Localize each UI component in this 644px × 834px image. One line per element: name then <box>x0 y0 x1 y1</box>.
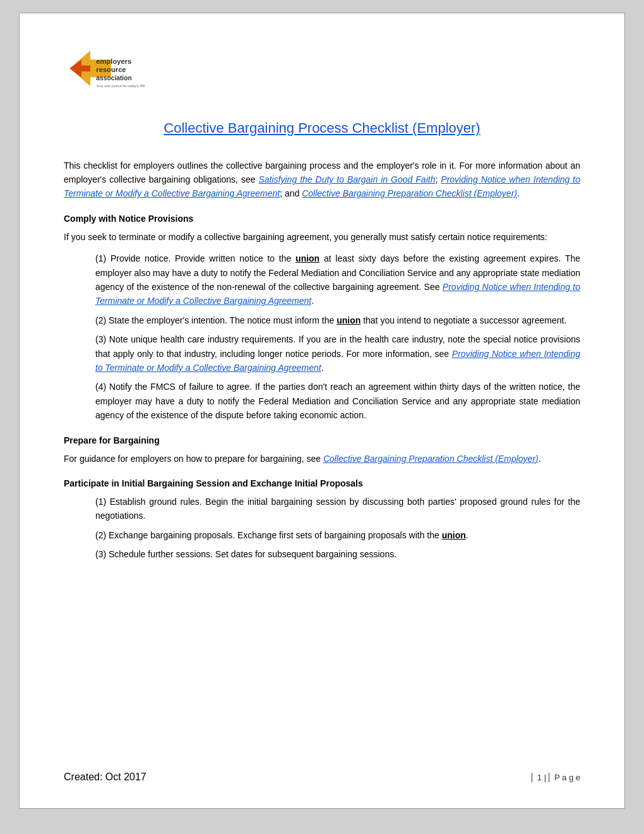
section-3-items: (1) Establish ground rules. Begin the in… <box>64 495 580 562</box>
title-link[interactable]: Collective Bargaining Process Checklist … <box>164 120 480 136</box>
item-end: . <box>311 296 314 306</box>
item-num-4: (4) Notify the FMCS of failure to agree.… <box>95 382 580 420</box>
created-date: Oct 2017 <box>102 771 146 782</box>
section-2-end: . <box>539 454 541 464</box>
list-item-1-4: (4) Notify the FMCS of failure to agree.… <box>95 380 580 422</box>
list-item-1-3: (3) Note unique health care industry req… <box>95 332 580 375</box>
document-page: employers resource association Your one … <box>19 13 625 809</box>
intro-link-1[interactable]: Satisfying the Duty to Bargain in Good F… <box>258 174 435 184</box>
item-num: (1) <box>95 253 110 263</box>
svg-text:resource: resource <box>96 66 126 73</box>
section-1-intro: If you seek to terminate or modify a col… <box>64 230 580 244</box>
list-item-3-2: (2) Exchange bargaining proposals. Excha… <box>95 528 580 542</box>
footer-created: Created: Oct 2017 <box>64 771 146 783</box>
section-prepare-bargaining: Prepare for Bargaining For guidance for … <box>64 435 580 466</box>
list-item-3-3: (3) Schedule further sessions. Set dates… <box>95 547 580 561</box>
list-item-1-1: (1) Provide notice. Provide written noti… <box>95 251 580 308</box>
item-num-2: (2) State the employer's intention. The … <box>95 315 337 325</box>
logo-area: employers resource association Your one … <box>64 45 580 95</box>
intro-paragraph: This checklist for employers outlines th… <box>64 159 580 201</box>
section-2-link[interactable]: Collective Bargaining Preparation Checkl… <box>323 454 539 464</box>
page-number: 1 <box>532 773 542 782</box>
item-3-3-text: (3) Schedule further sessions. Set dates… <box>95 549 397 559</box>
item-3-2-text-before: (2) Exchange bargaining proposals. Excha… <box>95 530 442 540</box>
union-bold-3: union <box>442 530 466 540</box>
list-item-3-1: (1) Establish ground rules. Begin the in… <box>95 495 580 523</box>
svg-text:employers: employers <box>96 57 131 65</box>
intro-link-3[interactable]: Collective Bargaining Preparation Checkl… <box>302 188 517 198</box>
union-bold-1: union <box>295 253 319 263</box>
section-heading-1: Comply with Notice Provisions <box>64 214 580 224</box>
created-label: Created: <box>64 771 102 782</box>
footer-page-number: 1 |P a g e <box>529 773 580 782</box>
svg-text:Your one source for today's HR: Your one source for today's HR <box>96 84 145 88</box>
company-logo: employers resource association Your one … <box>64 45 152 92</box>
section-heading-2: Prepare for Bargaining <box>64 435 580 445</box>
section-2-text: For guidance for employers on how to pre… <box>64 454 323 464</box>
item-3-2-text-after: . <box>466 530 468 540</box>
item-text-2-after: that you intend to negotiate a successor… <box>361 315 566 325</box>
intro-text-3: ; and <box>280 188 302 198</box>
section-2-intro: For guidance for employers on how to pre… <box>64 452 580 466</box>
intro-text-2: ; <box>435 174 441 184</box>
svg-text:association: association <box>96 75 131 82</box>
item-text-before: Provide notice. Provide written notice t… <box>110 253 295 263</box>
page-word: P a g e <box>549 773 580 782</box>
item-3-1-text: (1) Establish ground rules. Begin the in… <box>95 497 580 521</box>
intro-text-4: . <box>517 188 520 198</box>
section-heading-3: Participate in Initial Bargaining Sessio… <box>64 478 580 488</box>
section-initial-bargaining: Participate in Initial Bargaining Sessio… <box>64 478 580 562</box>
section-comply-notice: Comply with Notice Provisions If you see… <box>64 214 580 423</box>
item-end-3: . <box>321 363 324 373</box>
union-bold-2: union <box>337 315 361 325</box>
section-1-items: (1) Provide notice. Provide written noti… <box>64 251 580 422</box>
page-footer: Created: Oct 2017 1 |P a g e <box>64 771 580 783</box>
page-title: Collective Bargaining Process Checklist … <box>64 120 580 136</box>
list-item-1-2: (2) State the employer's intention. The … <box>95 313 580 327</box>
